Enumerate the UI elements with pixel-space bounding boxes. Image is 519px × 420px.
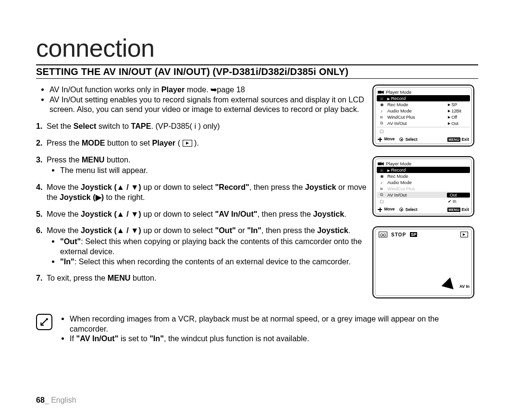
note-list: When recording images from a VCR, playba… <box>61 314 478 344</box>
audio-icon: ♪ <box>377 180 386 185</box>
step-subitem: "Out": Select this when copying or playi… <box>60 236 368 256</box>
text: AV In/Out function works only in <box>49 85 161 94</box>
step-number: 4. <box>36 182 47 202</box>
intro-item: AV In/Out setting enables you to record … <box>49 95 368 114</box>
osd-row-label: WindCut Plus <box>386 186 447 191</box>
wind-icon: ≋ <box>377 115 386 120</box>
page-ref-arrow-icon: ➥ <box>210 85 217 94</box>
note-item: When recording images from a VCR, playba… <box>70 314 478 334</box>
osd-row-value: SP <box>452 102 457 107</box>
text: ). <box>192 138 199 147</box>
rule-top <box>36 64 478 65</box>
text: , then press the <box>261 226 317 235</box>
step-number: 7. <box>36 273 47 283</box>
osd-title: Player Mode <box>386 161 411 166</box>
text: , the windcut plus function is not avail… <box>164 334 309 343</box>
osd-row: ♪ Audio Mode ▶ 12Bit <box>377 108 470 114</box>
osd-footer-exit: Exit <box>461 137 469 142</box>
step-sublist: The menu list will appear. <box>47 165 368 175</box>
note-item: If "AV In/Out" is set to "In", the windc… <box>70 334 478 344</box>
audio-icon: ♪ <box>377 109 386 113</box>
wind-icon: ≋ <box>377 186 386 191</box>
text: Move the <box>47 226 81 235</box>
osd-sp-chip: SP <box>410 232 417 237</box>
osd-column: Player Mode ▣ ▶ Record ⏺ Rec Mode ▶ SP ♪ <box>372 85 483 308</box>
osd-row-arrow-icon: ▶ <box>387 169 390 172</box>
text: To exit, press the <box>47 273 108 282</box>
osd-row-value: 12Bit <box>452 109 462 113</box>
step-number: 5. <box>36 209 47 219</box>
rule-under-heading <box>36 78 478 79</box>
osd-row-label: Rec Mode <box>386 173 447 179</box>
text: . (VP-D385( i ) only) <box>151 122 220 130</box>
osd-row-value: Out <box>452 121 459 126</box>
value-arrow-icon: ▶ <box>448 103 450 107</box>
note-block: When recording images from a VCR, playba… <box>36 314 478 344</box>
text-bold: "Out" <box>60 237 81 246</box>
step: 7. To exit, press the MENU button. <box>36 273 368 283</box>
step-number: 2. <box>36 138 47 148</box>
osd-row-selected: ⧉ AV In/Out Out <box>377 192 470 198</box>
text: button to set <box>105 138 152 147</box>
text: is set to <box>118 334 149 343</box>
text: . <box>344 210 346 218</box>
tape-icon <box>379 232 387 237</box>
value-arrow-icon: ▶ <box>448 109 450 113</box>
text-bold: MENU <box>82 155 105 164</box>
text: switch to <box>97 122 131 130</box>
text-bold: Joystick <box>313 210 345 218</box>
text: : Select this when copying or playing ba… <box>60 237 362 256</box>
value-arrow-icon: ▶ <box>448 122 450 125</box>
note-icon <box>36 314 52 330</box>
osd-row-label: WindCut Plus <box>386 114 447 120</box>
osd-row: ⏺ Rec Mode <box>377 173 470 179</box>
text: Move the <box>47 183 81 191</box>
player-mode-icon <box>460 232 468 237</box>
osd-row-value: In <box>453 199 457 204</box>
osd-status-bar: STOP SP <box>377 231 470 237</box>
page-ref: page 18 <box>217 85 245 94</box>
av-icon: ⧉ <box>377 121 386 126</box>
text: mode. <box>185 85 210 94</box>
intro-item: AV In/Out function works only in Player … <box>49 85 368 95</box>
svg-rect-1 <box>378 162 382 165</box>
step-number: 3. <box>36 155 47 175</box>
osd-row-label: AV In/Out <box>386 121 447 126</box>
osd-footer-move: Move <box>384 207 395 211</box>
tape-icon: ▣ <box>377 96 386 101</box>
text-bold: Joystick (▲ / ▼) <box>81 210 141 218</box>
osd-row-record: ▣ ▶ Record <box>377 167 470 173</box>
osd-row-value: Out <box>448 193 457 198</box>
osd-footer: Move Select MENU Exit <box>377 136 470 142</box>
text-bold: Player <box>161 85 185 94</box>
step: 2. Press the MODE button to set Player (… <box>36 138 368 148</box>
steps-list: 1. Set the Select switch to TAPE. (VP-D3… <box>36 121 368 283</box>
text: , then press the <box>257 210 313 218</box>
step-number: 6. <box>36 225 47 266</box>
text: : Select this when recording the content… <box>74 257 351 266</box>
text: Press the <box>47 155 82 164</box>
text-bold: Player <box>152 138 176 147</box>
av-in-label: AV In <box>459 284 470 289</box>
text-bold: "AV In/Out" <box>76 334 119 343</box>
step: 4. Move the Joystick (▲ / ▼) up or down … <box>36 182 368 202</box>
osd-row: ♪ Audio Mode <box>377 179 470 185</box>
menu-badge: MENU <box>447 137 460 142</box>
text-bold: "In" <box>60 257 74 266</box>
text-bold: Joystick <box>305 183 336 191</box>
text: button. <box>105 155 131 164</box>
osd-header: Player Mode <box>377 161 470 167</box>
section-heading: SETTING THE AV IN/OUT (AV IN/OUT) (VP-D3… <box>36 66 485 77</box>
osd-row-option: ▢ ✔In <box>377 198 470 204</box>
page-footer: 68_ English <box>36 396 76 405</box>
osd-row-value: Off <box>452 115 457 120</box>
text: Set the <box>47 122 74 130</box>
blank-icon: ▢ <box>377 199 386 204</box>
value-arrow-icon: ▶ <box>448 115 450 119</box>
osd-row: ⏺ Rec Mode ▶ SP <box>377 101 470 108</box>
joystick-icon <box>378 137 382 142</box>
text-bold: Select <box>74 122 97 130</box>
osd-row-arrow-icon: ▶ <box>387 97 390 100</box>
text: Press the <box>47 138 82 147</box>
osd-row-blank: ▢ <box>377 128 470 134</box>
